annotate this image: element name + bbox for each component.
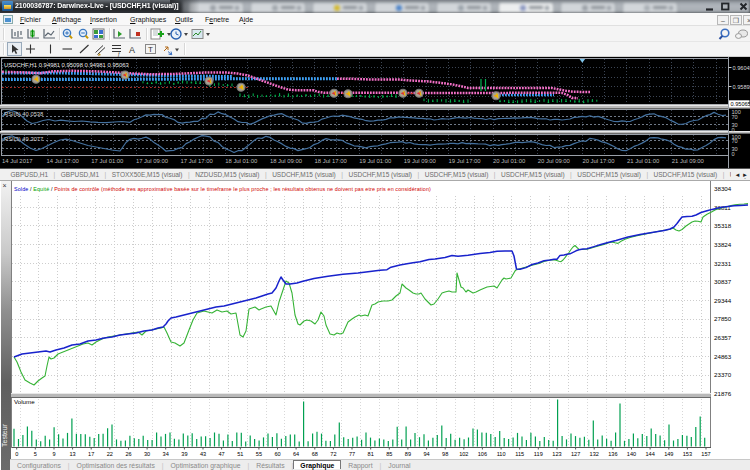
svg-text:106: 106 [478, 451, 487, 457]
svg-text:51: 51 [237, 451, 243, 457]
svg-text:47: 47 [218, 451, 224, 457]
svg-text:43: 43 [200, 451, 206, 457]
svg-text:0.95895: 0.95895 [733, 84, 750, 90]
svg-text:144: 144 [645, 451, 654, 457]
svg-text:60: 60 [274, 451, 280, 457]
svg-text:13: 13 [69, 451, 75, 457]
svg-text:119: 119 [534, 451, 543, 457]
svg-text:Solde / Equité / Points de con: Solde / Equité / Points de contrôle (mét… [14, 186, 431, 192]
svg-text:19 Jul 01:00: 19 Jul 01:00 [359, 158, 392, 164]
svg-text:115: 115 [515, 451, 524, 457]
svg-text:94: 94 [423, 451, 429, 457]
svg-text:127: 127 [571, 451, 580, 457]
svg-text:140: 140 [627, 451, 636, 457]
svg-text:20 Jul 01:00: 20 Jul 01:00 [493, 158, 526, 164]
svg-text:98: 98 [442, 451, 448, 457]
svg-text:27850: 27850 [714, 315, 732, 322]
svg-text:72: 72 [330, 451, 336, 457]
svg-text:32331: 32331 [714, 260, 732, 267]
svg-text:70: 70 [732, 114, 738, 120]
svg-text:17 Jul 17:00: 17 Jul 17:00 [181, 158, 214, 164]
svg-text:153: 153 [683, 451, 692, 457]
svg-text:39: 39 [181, 451, 187, 457]
svg-text:136: 136 [608, 451, 617, 457]
svg-text:38304: 38304 [714, 185, 732, 192]
svg-text:77: 77 [349, 451, 355, 457]
svg-text:149: 149 [664, 451, 673, 457]
svg-text:0: 0 [732, 151, 735, 157]
svg-text:102: 102 [459, 451, 468, 457]
svg-text:70: 70 [732, 138, 738, 144]
svg-text:68: 68 [312, 451, 318, 457]
svg-text:0.96045: 0.96045 [733, 65, 750, 71]
svg-text:26: 26 [125, 451, 131, 457]
svg-text:29344: 29344 [714, 297, 732, 304]
svg-text:14 Jul 2017: 14 Jul 2017 [2, 158, 32, 164]
svg-text:21 Jul 01:00: 21 Jul 01:00 [627, 158, 660, 164]
svg-text:18 Jul 09:00: 18 Jul 09:00 [270, 158, 303, 164]
svg-text:0: 0 [732, 127, 735, 133]
svg-text:30837: 30837 [714, 278, 732, 285]
svg-text:Volume: Volume [14, 398, 35, 405]
svg-text:23370: 23370 [714, 371, 732, 378]
svg-text:35318: 35318 [714, 222, 732, 229]
svg-text:9: 9 [52, 451, 55, 457]
svg-text:T: T [148, 45, 153, 54]
svg-text:157: 157 [701, 451, 710, 457]
svg-text:34: 34 [163, 451, 169, 457]
svg-text:RSI(6) 40.0538: RSI(6) 40.0538 [4, 111, 43, 117]
svg-text:20 Jul 17:00: 20 Jul 17:00 [582, 158, 615, 164]
svg-text:0.95065: 0.95065 [731, 101, 750, 107]
svg-text:5: 5 [34, 451, 37, 457]
svg-text:20 Jul 09:00: 20 Jul 09:00 [538, 158, 571, 164]
svg-text:USDCHF,H1 0.94981 0.95098 0.94: USDCHF,H1 0.94981 0.95098 0.94981 0.9506… [4, 62, 129, 68]
svg-text:26357: 26357 [714, 334, 732, 341]
svg-text:85: 85 [386, 451, 392, 457]
svg-text:64: 64 [293, 451, 299, 457]
svg-text:18 Jul 17:00: 18 Jul 17:00 [315, 158, 348, 164]
svg-text:21 Jul 09:00: 21 Jul 09:00 [672, 158, 705, 164]
svg-text:17 Jul 09:00: 17 Jul 09:00 [136, 158, 169, 164]
svg-text:19 Jul 09:00: 19 Jul 09:00 [404, 158, 437, 164]
svg-text:17: 17 [88, 451, 94, 457]
svg-text:22: 22 [107, 451, 113, 457]
svg-text:14 Jul 17:00: 14 Jul 17:00 [47, 158, 80, 164]
svg-text:55: 55 [256, 451, 262, 457]
svg-text:123: 123 [552, 451, 561, 457]
svg-text:132: 132 [590, 451, 599, 457]
svg-text:RSI(3) 49.3077: RSI(3) 49.3077 [4, 136, 43, 142]
svg-text:21876: 21876 [714, 390, 732, 397]
svg-text:30: 30 [144, 451, 150, 457]
svg-text:19 Jul 17:00: 19 Jul 17:00 [449, 158, 482, 164]
svg-text:0: 0 [15, 451, 18, 457]
svg-text:24863: 24863 [714, 353, 732, 360]
svg-text:81: 81 [368, 451, 374, 457]
svg-text:18 Jul 01:00: 18 Jul 01:00 [225, 158, 258, 164]
svg-text:89: 89 [405, 451, 411, 457]
svg-text:A: A [129, 45, 135, 55]
svg-text:17 Jul 01:00: 17 Jul 01:00 [91, 158, 124, 164]
svg-text:33824: 33824 [714, 241, 732, 248]
svg-text:110: 110 [497, 451, 506, 457]
